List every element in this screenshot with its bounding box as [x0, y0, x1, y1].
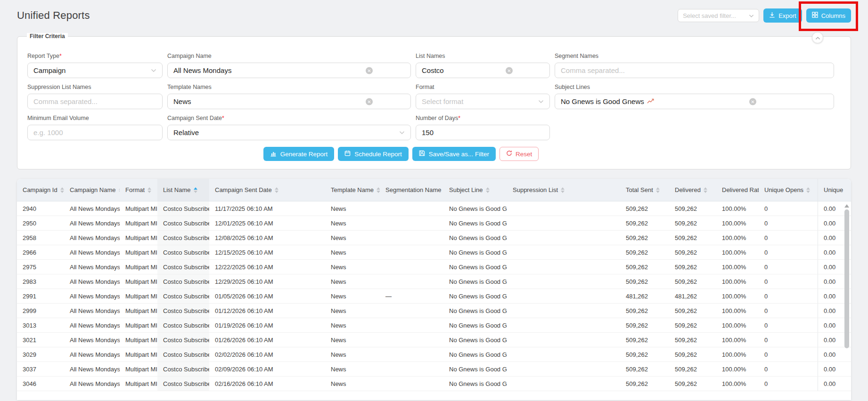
chevron-down-icon: [538, 100, 544, 104]
saved-filter-select[interactable]: Select saved filter...: [678, 9, 759, 22]
save-filter-button[interactable]: Save/Save as... Filter: [412, 147, 496, 161]
format-select[interactable]: Select format: [416, 94, 550, 109]
cell-template_name: News: [325, 216, 380, 230]
chevron-down-icon: [399, 131, 405, 135]
top-bar: Unified Reports Select saved filter... E…: [0, 0, 868, 24]
columns-button[interactable]: Columns: [806, 8, 851, 23]
column-header-delivered[interactable]: Delivered: [669, 179, 716, 201]
scrollbar-thumb[interactable]: [844, 209, 849, 348]
cell-unique_opens: 0: [759, 362, 818, 376]
column-header-unique_open_rate_clipped: Unique: [818, 179, 851, 201]
clear-icon[interactable]: ✕: [366, 98, 373, 105]
suppression-list-names-input[interactable]: [27, 94, 163, 109]
cell-template_name: News: [325, 362, 380, 376]
generate-report-button[interactable]: Generate Report: [263, 147, 335, 161]
column-label: Delivered: [675, 186, 701, 193]
cell-campaign_id: 3013: [17, 318, 64, 332]
column-header-unique_opens[interactable]: Unique Opens: [759, 179, 818, 201]
cell-campaign_sent_date: 12/08/2025 06:10 AM: [209, 231, 325, 245]
collapse-panel-button[interactable]: [812, 32, 823, 43]
cell-unique_opens: 0: [759, 377, 818, 391]
export-button[interactable]: Export: [763, 8, 802, 23]
cell-template_name: News: [325, 231, 380, 245]
column-header-format[interactable]: Format: [120, 179, 157, 201]
table-header-row: Campaign IdCampaign NameFormatList NameC…: [17, 179, 851, 201]
cell-delivered_rate: 100.00%: [716, 260, 759, 274]
cell-format: Multipart MIME: [120, 231, 157, 245]
table-row: 3046All News MondaysMultipart MIMECostco…: [17, 377, 851, 391]
scroll-up-arrow-icon[interactable]: [844, 204, 849, 208]
list-names-input[interactable]: Costco ✕: [416, 63, 550, 78]
segment-names-label: Segment Names: [555, 53, 834, 60]
sort-carets-icon: [194, 187, 197, 193]
clear-icon[interactable]: ✕: [366, 67, 373, 74]
number-of-days-input[interactable]: [416, 125, 550, 140]
cell-campaign_sent_date: 12/29/2025 06:10 AM: [209, 274, 325, 289]
template-names-input[interactable]: News ✕: [167, 94, 411, 109]
report-type-select[interactable]: Campaign: [27, 63, 163, 78]
clear-icon[interactable]: ✕: [749, 98, 756, 105]
campaign-name-value: All News Mondays: [173, 66, 231, 74]
cell-subject_line: No Gnews is Good Gnews: [443, 245, 507, 259]
cell-unique_opens: 0: [759, 245, 818, 259]
cell-list_name: Costco Subscribers Big: [157, 216, 209, 230]
column-header-subject_line[interactable]: Subject Line: [443, 179, 507, 201]
cell-subject_line: No Gnews is Good Gnews: [443, 231, 507, 245]
cell-suppression_list: [507, 377, 620, 391]
cell-campaign_id: 2991: [17, 289, 64, 303]
column-header-campaign_name[interactable]: Campaign Name: [64, 179, 120, 201]
cell-campaign_sent_date: 02/09/2026 06:10 AM: [209, 362, 325, 376]
generate-report-label: Generate Report: [280, 151, 328, 158]
cell-list_name: Costco Subscribers Big: [157, 347, 209, 361]
cell-delivered: 509,262: [669, 377, 716, 391]
cell-campaign_id: 2966: [17, 245, 64, 259]
column-header-suppression_list[interactable]: Suppression List: [507, 179, 620, 201]
vertical-scrollbar[interactable]: [844, 201, 850, 400]
reset-refresh-icon: [506, 150, 512, 158]
clear-icon[interactable]: ✕: [506, 67, 513, 74]
cell-delivered_rate: 100.00%: [716, 274, 759, 289]
sort-carets-icon: [656, 187, 660, 193]
list-names-label: List Names: [416, 53, 550, 60]
table-row: 2950All News MondaysMultipart MIMECostco…: [17, 216, 851, 231]
cell-delivered_rate: 100.00%: [716, 304, 759, 318]
cell-segmentation_name: [380, 274, 443, 289]
cell-subject_line: No Gnews is Good Gnews: [443, 318, 507, 332]
cell-subject_line: No Gnews is Good Gnews: [443, 304, 507, 318]
cell-campaign_id: 2983: [17, 274, 64, 289]
cell-campaign_id: 3037: [17, 362, 64, 376]
cell-subject_line: No Gnews is Good Gnews: [443, 362, 507, 376]
cell-unique_opens: 0: [759, 304, 818, 318]
column-header-campaign_sent_date[interactable]: Campaign Sent Date: [209, 179, 325, 201]
cell-delivered: 509,262: [669, 318, 716, 332]
campaign-sent-date-select[interactable]: Relative: [167, 125, 411, 140]
cell-campaign_sent_date: 01/12/2026 06:10 AM: [209, 304, 325, 318]
column-header-segmentation_name[interactable]: Segmentation Name: [380, 179, 443, 201]
cell-list_name: Costco Subscribers Big: [157, 333, 209, 347]
column-header-total_sent[interactable]: Total Sent: [620, 179, 669, 201]
cell-campaign_name: All News Mondays: [64, 289, 120, 303]
saved-filter-placeholder: Select saved filter...: [683, 12, 736, 19]
field-suppression-list-names: Suppression List Names: [27, 84, 163, 109]
reset-button[interactable]: Reset: [500, 147, 539, 161]
minimum-email-volume-input[interactable]: [27, 125, 163, 140]
subject-lines-input[interactable]: No Gnews is Good Gnews ✕: [555, 94, 834, 109]
export-label: Export: [778, 12, 796, 19]
field-template-names: Template Names News ✕: [167, 84, 411, 109]
cell-campaign_name: All News Mondays: [64, 245, 120, 259]
cell-subject_line: No Gnews is Good Gnews: [443, 274, 507, 289]
campaign-name-input[interactable]: All News Mondays ✕: [167, 63, 411, 78]
schedule-report-button[interactable]: Schedule Report: [338, 147, 409, 161]
cell-subject_line: No Gnews is Good Gnews: [443, 377, 507, 391]
cell-template_name: News: [325, 260, 380, 274]
column-header-list_name[interactable]: List Name: [157, 179, 209, 201]
segment-names-input[interactable]: [555, 63, 834, 78]
sort-carets-icon: [704, 187, 707, 193]
cell-total_sent: 509,262: [620, 231, 669, 245]
cell-format: Multipart MIME: [120, 260, 157, 274]
cell-delivered_rate: 100.00%: [716, 347, 759, 361]
cell-unique_opens: 0: [759, 201, 818, 216]
column-header-campaign_id[interactable]: Campaign Id: [17, 179, 64, 201]
column-header-template_name[interactable]: Template Name: [325, 179, 380, 201]
cell-delivered: 509,262: [669, 245, 716, 259]
